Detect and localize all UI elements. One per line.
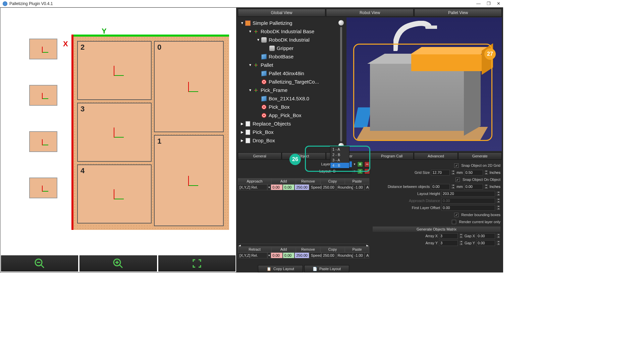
annotation-badge-26: 26: [289, 154, 301, 165]
annotation-badge-27: 27: [484, 48, 496, 60]
copy-button[interactable]: Copy: [320, 246, 345, 252]
layout-box-3[interactable]: 3: [77, 103, 152, 162]
tree-item[interactable]: ▼Pick_Frame: [238, 86, 336, 94]
tree-item[interactable]: Pallet 40inx48in: [238, 69, 336, 78]
view-tab[interactable]: Robot View: [326, 9, 414, 17]
rounding-input[interactable]: -1.00: [353, 184, 365, 190]
prop-tab[interactable]: General: [238, 152, 281, 160]
prop-tab[interactable]: Program Call: [370, 152, 414, 160]
tree-slider[interactable]: [338, 17, 344, 151]
svg-rect-7: [425, 26, 437, 29]
array-y[interactable]: [439, 240, 458, 246]
snap-2d-checkbox[interactable]: ✓: [454, 163, 459, 168]
distance-mm[interactable]: [431, 184, 450, 190]
render-bbox-checkbox[interactable]: ✓: [454, 213, 459, 217]
box-preview-1[interactable]: [29, 85, 57, 106]
add-button[interactable]: Add: [271, 178, 296, 184]
window-title: Palletizing Plugin V0.4.1: [9, 1, 53, 6]
tree-item[interactable]: Gripper: [238, 44, 336, 52]
y-input[interactable]: 0.00: [283, 252, 294, 258]
remove-button[interactable]: Remove: [296, 246, 320, 252]
snap-object-checkbox[interactable]: ✓: [455, 178, 460, 182]
paste-button[interactable]: Paste: [345, 246, 369, 252]
render-current-layer-checkbox[interactable]: [452, 220, 456, 224]
paste-button[interactable]: Paste: [345, 178, 369, 184]
gap-x[interactable]: [476, 233, 495, 239]
y-input[interactable]: 0.00: [283, 184, 294, 190]
x-input[interactable]: 0.00: [271, 252, 282, 258]
tree-item[interactable]: Box_21X14.5X8.0: [238, 94, 336, 103]
layout-box-0[interactable]: 0: [154, 41, 224, 132]
distance-in[interactable]: [464, 184, 483, 190]
speed-input[interactable]: 250.00: [321, 184, 336, 190]
titlebar: Palletizing Plugin V0.4.1 — ❐ ✕: [0, 0, 503, 7]
tree-item[interactable]: ▼RoboDK Industrial Base: [238, 27, 336, 36]
copy-button[interactable]: Copy: [320, 178, 345, 184]
copy-layout-button[interactable]: 📋Copy Layout: [258, 265, 303, 272]
svg-line-4: [120, 265, 122, 268]
x-axis-label: X: [63, 40, 68, 48]
fit-view-button[interactable]: [158, 255, 235, 271]
layout-box-4[interactable]: 4: [77, 164, 152, 223]
minimize-button[interactable]: —: [476, 1, 481, 6]
grid-size-in[interactable]: [464, 170, 483, 176]
zoom-out-button[interactable]: [1, 255, 78, 271]
dropdown-option[interactable]: 1 - A: [330, 147, 349, 152]
grid-size-mm[interactable]: [431, 170, 450, 176]
tree-item[interactable]: RobotBase: [238, 52, 336, 61]
add-button[interactable]: Add: [271, 246, 296, 252]
gap-y[interactable]: [476, 240, 495, 246]
dropdown-option[interactable]: 2 - B: [330, 152, 349, 157]
dropdown-option[interactable]: 4 - B: [330, 163, 349, 168]
dropdown-option[interactable]: 3 - A: [330, 157, 349, 163]
tree-item[interactable]: ▶Replace_Objects: [238, 119, 336, 128]
box-preview-3[interactable]: [29, 178, 57, 198]
mode-select[interactable]: [X,Y,Z] Rel.: [238, 252, 267, 258]
layout-2d-panel: Y X 0 1 2 3 4: [0, 7, 236, 272]
tree-item[interactable]: ▶Pick_Box: [238, 128, 336, 136]
matrix-header: Generate Objects Matrix: [373, 227, 500, 232]
speed-input[interactable]: 250.00: [321, 252, 336, 258]
viewport-3d[interactable]: 27: [346, 17, 502, 151]
layout-box-1[interactable]: 1: [154, 135, 224, 226]
rounding-input[interactable]: -1.00: [353, 252, 365, 258]
tree-item[interactable]: ▼RoboDK Industrial: [238, 36, 336, 44]
tree-item[interactable]: ▼Pallet: [238, 61, 336, 69]
z-input[interactable]: 250.00: [294, 252, 309, 258]
slider-handle-top[interactable]: [338, 20, 344, 26]
layout-box-2[interactable]: 2: [77, 41, 152, 100]
zoom-in-button[interactable]: [79, 255, 157, 271]
scene-tree[interactable]: ▼Simple Palletizing▼RoboDK Industrial Ba…: [238, 17, 336, 151]
tree-item[interactable]: Pick_Box: [238, 103, 336, 111]
layer-dropdown-menu[interactable]: 1 - A2 - B3 - A4 - B: [330, 146, 350, 168]
paste-layout-button[interactable]: 📄Paste Layout: [304, 265, 349, 272]
tree-item[interactable]: ▼Simple Palletizing: [238, 19, 336, 27]
tree-item[interactable]: Palletizing_TargetCo...: [238, 78, 336, 86]
maximize-button[interactable]: ❐: [487, 1, 491, 6]
z-input[interactable]: 250.00: [294, 184, 309, 190]
prop-tab[interactable]: Generate: [458, 152, 502, 160]
array-x[interactable]: [439, 233, 458, 239]
close-button[interactable]: ✕: [497, 1, 500, 6]
app-icon: [3, 1, 7, 6]
box-preview-2[interactable]: [29, 131, 57, 152]
view-tab[interactable]: Global View: [238, 9, 325, 17]
x-input[interactable]: 0.00: [271, 184, 282, 190]
tree-item[interactable]: App_Pick_Box: [238, 111, 336, 119]
view-tabs: Global ViewRobot ViewPallet View: [238, 9, 502, 17]
box-preview-0[interactable]: [29, 39, 57, 59]
tree-item[interactable]: ▶Drop_Box: [238, 136, 336, 145]
layout-height[interactable]: [441, 191, 495, 197]
remove-button[interactable]: Remove: [296, 178, 320, 184]
annotation-27-box: [353, 44, 492, 141]
svg-line-1: [41, 265, 44, 268]
first-layer-offset[interactable]: [441, 205, 495, 211]
approach-distance: [441, 198, 495, 204]
prop-tab[interactable]: Advanced: [414, 152, 458, 160]
mode-select[interactable]: [X,Y,Z] Rel.: [238, 184, 267, 190]
view-tab[interactable]: Pallet View: [414, 9, 502, 17]
